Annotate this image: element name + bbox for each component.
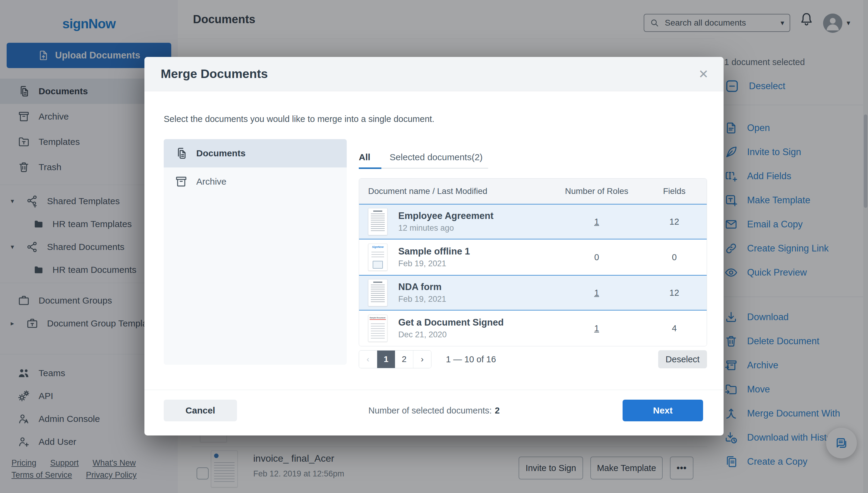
pagination-page-1[interactable]: 1	[377, 350, 395, 368]
cancel-button[interactable]: Cancel	[164, 400, 237, 421]
document-thumbnail	[368, 279, 387, 306]
roles-count-link[interactable]: 1	[594, 323, 599, 333]
pagination-group: ‹ 1 2 ›	[359, 350, 431, 368]
document-tabs: All Selected documents(2)	[359, 152, 483, 162]
source-item-label: Documents	[196, 148, 245, 158]
pagination-prev-icon[interactable]: ‹	[359, 350, 377, 368]
document-name: Get a Document Signed	[398, 317, 504, 328]
modal-description: Select the documents you would like to m…	[164, 114, 435, 124]
table-row[interactable]: Sample offline 1 Feb 19, 2021 0 0	[359, 239, 707, 275]
table-row[interactable]: Get a Document Signed Dec 21, 2020 1 4	[359, 310, 707, 346]
fields-count: 12	[669, 288, 679, 298]
fields-count: 0	[672, 252, 677, 262]
fields-count: 4	[672, 323, 677, 333]
fields-count: 12	[669, 217, 679, 227]
source-item-archive[interactable]: Archive	[164, 168, 347, 196]
roles-count-link[interactable]: 1	[594, 217, 599, 227]
selected-documents-count: Number of selected documents: 2	[368, 400, 500, 421]
modal-footer: Cancel Number of selected documents: 2 N…	[144, 390, 724, 435]
deselect-button[interactable]: Deselect	[658, 350, 707, 368]
document-modified: Feb 19, 2021	[398, 259, 470, 268]
column-roles-header: Number of Roles	[551, 187, 642, 196]
document-name: Sample offline 1	[398, 246, 470, 257]
roles-count-link[interactable]: 1	[594, 288, 599, 298]
thumbnail-device-art	[372, 261, 383, 269]
document-modified: Dec 21, 2020	[398, 330, 504, 339]
close-icon[interactable]: ✕	[698, 68, 708, 80]
document-name: NDA form	[398, 282, 446, 293]
selected-count-value: 2	[495, 406, 500, 415]
source-list: Documents Archive	[164, 139, 347, 365]
modal-title: Merge Documents	[161, 67, 698, 81]
pagination: ‹ 1 2 › 1 — 10 of 16 Deselect	[359, 350, 707, 368]
roles-count: 0	[594, 252, 599, 262]
document-name: Employee Agreement	[398, 211, 493, 221]
document-modified: 12 minutes ago	[398, 223, 493, 233]
signnow-app: signNow Upload Documents Documents Archi…	[0, 0, 868, 493]
table-row[interactable]: NDA form Feb 19, 2021 1 12	[359, 275, 707, 310]
pagination-range-text: 1 — 10 of 16	[446, 355, 496, 364]
archive-icon	[175, 175, 188, 188]
document-thumbnail	[368, 315, 387, 342]
table-row[interactable]: Employee Agreement 12 minutes ago 1 12	[359, 204, 707, 239]
next-button[interactable]: Next	[623, 400, 703, 421]
column-fields-header: Fields	[642, 187, 707, 196]
tab-all[interactable]: All	[359, 152, 370, 162]
source-item-label: Archive	[196, 176, 226, 187]
documents-icon	[175, 147, 188, 160]
document-thumbnail	[368, 244, 387, 271]
table-header: Document name / Last Modified Number of …	[359, 178, 707, 204]
tab-selected-documents[interactable]: Selected documents(2)	[389, 152, 483, 162]
selected-count-label: Number of selected documents:	[368, 406, 492, 415]
modal-header: Merge Documents ✕	[144, 57, 724, 91]
document-modified: Feb 19, 2021	[398, 295, 446, 304]
document-thumbnail	[368, 208, 387, 235]
column-name-header: Document name / Last Modified	[359, 187, 551, 196]
source-item-documents[interactable]: Documents	[164, 139, 347, 168]
pagination-next-icon[interactable]: ›	[413, 350, 431, 368]
documents-table: Document name / Last Modified Number of …	[359, 178, 707, 346]
tab-underline	[359, 168, 488, 169]
pagination-page-2[interactable]: 2	[395, 350, 413, 368]
merge-documents-modal: Merge Documents ✕ Select the documents y…	[144, 57, 724, 435]
